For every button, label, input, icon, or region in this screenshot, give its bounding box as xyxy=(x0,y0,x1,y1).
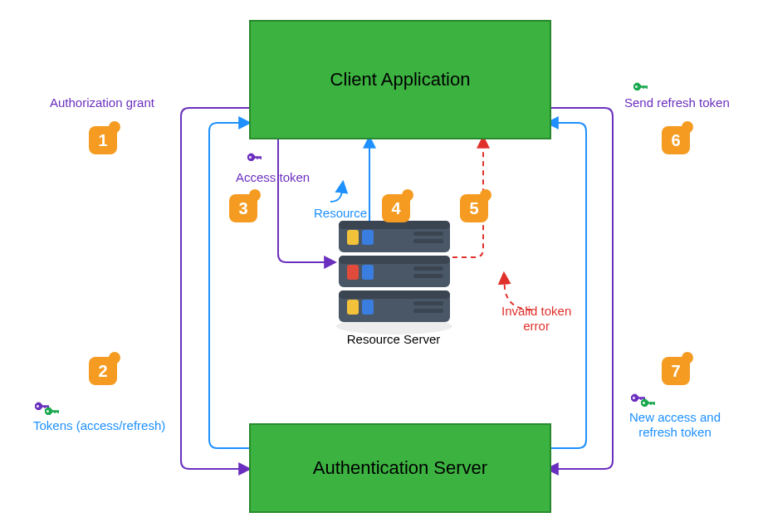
svg-rect-3 xyxy=(347,300,359,315)
step-label-4: Resource xyxy=(314,206,367,221)
client-application-box: Client Application xyxy=(249,20,551,139)
arrow-step1 xyxy=(181,108,249,469)
step-label-3: Access token xyxy=(236,170,310,185)
svg-rect-4 xyxy=(362,300,374,315)
step-badge-7: 7 xyxy=(662,357,690,385)
arrow-step7 xyxy=(548,123,586,448)
svg-rect-16 xyxy=(362,230,374,245)
svg-rect-17 xyxy=(413,232,443,236)
svg-rect-9 xyxy=(347,265,359,280)
arrow-step4-curl xyxy=(330,183,343,202)
key-icon-step6: 🔑︎ xyxy=(633,79,647,96)
svg-rect-6 xyxy=(413,309,443,313)
key-icons-step2: 🔑︎🔑︎ xyxy=(35,398,58,416)
arrow-step3 xyxy=(278,137,335,262)
server-icon xyxy=(336,221,452,334)
svg-rect-5 xyxy=(413,301,443,305)
svg-rect-15 xyxy=(347,230,359,245)
authentication-server-box: Authentication Server xyxy=(249,423,551,513)
svg-rect-18 xyxy=(413,239,443,243)
step-badge-1: 1 xyxy=(89,126,117,154)
step-badge-6: 6 xyxy=(662,126,690,154)
svg-rect-10 xyxy=(362,265,374,280)
step-badge-3: 3 xyxy=(229,194,257,222)
svg-rect-11 xyxy=(413,266,443,271)
authentication-server-label: Authentication Server xyxy=(313,457,487,479)
arrow-step6 xyxy=(548,108,613,469)
resource-server-label: Resource Server xyxy=(334,332,453,347)
client-application-label: Client Application xyxy=(330,69,471,90)
step-label-1: Authorization grant xyxy=(50,95,154,110)
svg-rect-13 xyxy=(339,221,450,252)
svg-rect-7 xyxy=(339,256,450,287)
oauth-refresh-diagram: Client Application Authentication Server… xyxy=(0,0,758,532)
step-label-6: Send refresh token xyxy=(624,95,730,110)
step-badge-4: 4 xyxy=(382,194,410,222)
svg-rect-2 xyxy=(339,290,450,299)
step-badge-2: 2 xyxy=(89,357,117,385)
svg-rect-12 xyxy=(413,274,443,278)
step-label-7: New access and refresh token xyxy=(629,410,721,440)
key-icon-step3: 🔑︎ xyxy=(247,149,261,167)
key-icons-step7: 🔑︎🔑︎ xyxy=(631,390,654,408)
svg-rect-8 xyxy=(339,256,450,264)
svg-rect-1 xyxy=(339,290,450,322)
step-label-5: Invalid token error xyxy=(501,304,571,334)
step-label-2: Tokens (access/refresh) xyxy=(33,418,165,433)
step-badge-5: 5 xyxy=(460,194,488,222)
